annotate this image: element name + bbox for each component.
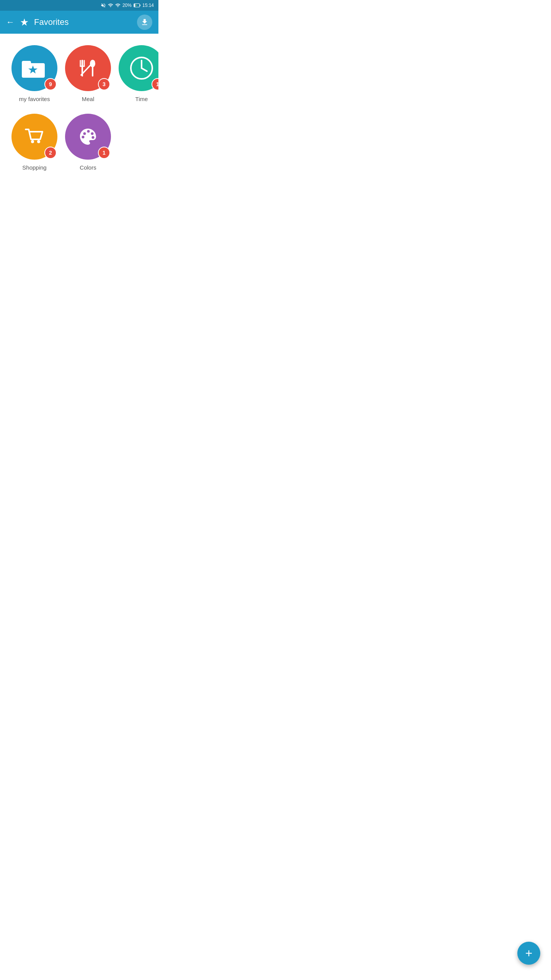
svg-point-21 (92, 136, 95, 139)
category-meal[interactable]: 3 Meal (65, 45, 111, 102)
badge-favorites: 9 (44, 78, 57, 90)
battery-text: 20% (122, 3, 132, 8)
svg-point-20 (91, 132, 94, 135)
circle-wrapper-meal: 3 (65, 45, 111, 91)
palette-icon (76, 125, 100, 149)
svg-point-17 (37, 140, 40, 143)
svg-point-16 (31, 140, 34, 143)
cart-icon (23, 125, 46, 149)
circle-wrapper-shopping: 2 (11, 114, 57, 160)
favorites-star-icon: ★ (20, 16, 29, 28)
category-row-2: 2 Shopping 1 C (8, 114, 151, 171)
badge-meal: 3 (98, 78, 110, 90)
svg-rect-4 (22, 61, 31, 65)
label-colors: Colors (80, 164, 96, 171)
status-bar: 20% 15:14 (0, 0, 158, 11)
main-content: 9 my favorites (0, 34, 158, 194)
svg-point-18 (83, 132, 86, 135)
category-shopping[interactable]: 2 Shopping (11, 114, 57, 171)
time-text: 15:14 (142, 3, 154, 8)
svg-rect-1 (140, 5, 140, 7)
mute-icon (101, 3, 106, 8)
svg-line-15 (142, 68, 147, 71)
circle-wrapper-favorites: 9 (11, 45, 57, 91)
category-my-favorites[interactable]: 9 my favorites (11, 45, 57, 102)
download-icon (140, 18, 149, 26)
status-icons: 20% 15:14 (101, 3, 154, 8)
back-button[interactable]: ← (6, 17, 15, 27)
svg-point-19 (87, 130, 90, 133)
label-time: Time (135, 96, 148, 102)
download-button[interactable] (137, 15, 152, 30)
badge-time: 1 (152, 78, 158, 90)
cutlery-icon (77, 57, 99, 80)
app-bar-left: ← ★ Favorites (6, 16, 68, 28)
svg-rect-2 (134, 4, 135, 7)
badge-shopping: 2 (44, 147, 57, 159)
svg-point-22 (82, 136, 85, 139)
battery-icon (134, 3, 140, 8)
category-colors[interactable]: 1 Colors (65, 114, 111, 171)
label-meal: Meal (82, 96, 95, 102)
circle-wrapper-colors: 1 (65, 114, 111, 160)
badge-colors: 1 (98, 147, 110, 159)
clock-icon (129, 55, 155, 81)
folder-star-icon (21, 58, 48, 79)
circle-wrapper-time: 1 (119, 45, 158, 91)
category-time[interactable]: 1 Time (119, 45, 158, 102)
label-shopping: Shopping (22, 164, 46, 171)
app-bar: ← ★ Favorites (0, 11, 158, 34)
signal-icon (115, 3, 121, 8)
page-title: Favorites (34, 17, 68, 27)
category-row-1: 9 my favorites (8, 45, 151, 102)
wifi-icon (108, 3, 113, 8)
label-favorites: my favorites (19, 96, 50, 102)
